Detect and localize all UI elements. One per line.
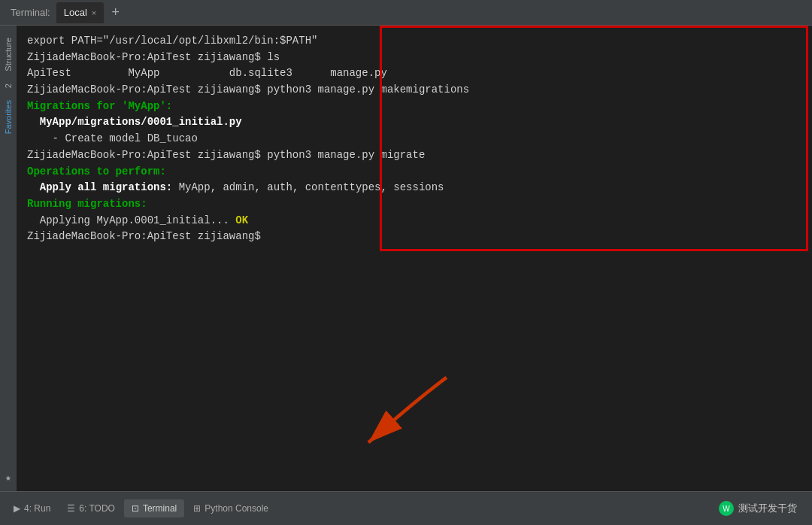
todo-button[interactable]: ☰ 6: TODO xyxy=(59,499,123,517)
run-label: 4: Run xyxy=(24,503,50,514)
sidebar-item-2[interactable]: 2 xyxy=(2,79,14,93)
line-12: Applying MyApp.0001_initial... OK xyxy=(27,213,801,229)
line-3: ApiTest MyApp db.sqlite3 manage.py xyxy=(27,65,801,82)
terminal-button[interactable]: ⊡ Terminal xyxy=(124,499,184,517)
line-13: ZijiadeMacBook-Pro:ApiTest zijiawang$ xyxy=(27,229,801,245)
line-9: Operations to perform: xyxy=(27,164,801,181)
line-6: MyApp/migrations/0001_initial.py xyxy=(27,114,801,131)
terminal-icon: ⊡ xyxy=(132,503,139,514)
python-console-button[interactable]: ⊞ Python Console xyxy=(186,499,276,517)
line-10: Apply all migrations: MyApp, admin, auth… xyxy=(27,180,801,196)
run-button[interactable]: ▶ 4: Run xyxy=(6,499,58,517)
watermark: W 测试开发干货 xyxy=(710,501,806,516)
line-8: ZijiadeMacBook-Pro:ApiTest zijiawang$ py… xyxy=(27,147,801,164)
python-console-label: Python Console xyxy=(205,503,268,514)
star-icon: ★ xyxy=(5,472,11,484)
tab-bar: Terminal: Local × + xyxy=(0,0,812,26)
line-1: export PATH="/usr/local/opt/libxml2/bin:… xyxy=(27,33,801,50)
line-5: Migrations for 'MyApp': xyxy=(27,99,801,115)
sidebar-item-favorites[interactable]: Favorites xyxy=(2,96,14,138)
sidebar-left: Structure 2 Favorites ★ xyxy=(0,26,17,491)
run-icon: ▶ xyxy=(14,503,20,514)
tab-close-icon[interactable]: × xyxy=(92,8,96,17)
tab-add-button[interactable]: + xyxy=(105,6,126,20)
terminal-label: Terminal: xyxy=(6,4,55,21)
line-11: Running migrations: xyxy=(27,196,801,213)
sidebar-item-structure[interactable]: Structure xyxy=(2,33,14,76)
tab-local-label: Local xyxy=(64,7,87,18)
line-4: ZijiadeMacBook-Pro:ApiTest zijiawang$ py… xyxy=(27,82,801,99)
line-2: ZijiadeMacBook-Pro:ApiTest zijiawang$ ls xyxy=(27,50,801,66)
todo-label: 6: TODO xyxy=(79,503,115,514)
watermark-text: 测试开发干货 xyxy=(738,502,797,515)
line-7: - Create model DB_tucao xyxy=(27,131,801,147)
tab-local[interactable]: Local × xyxy=(56,2,105,23)
todo-icon: ☰ xyxy=(67,503,75,514)
wechat-icon: W xyxy=(719,501,734,516)
terminal-output[interactable]: export PATH="/usr/local/opt/libxml2/bin:… xyxy=(17,26,812,491)
python-console-icon: ⊞ xyxy=(193,503,201,514)
bottom-toolbar: ▶ 4: Run ☰ 6: TODO ⊡ Terminal ⊞ Python C… xyxy=(0,491,812,525)
terminal-label-btn: Terminal xyxy=(143,503,177,514)
